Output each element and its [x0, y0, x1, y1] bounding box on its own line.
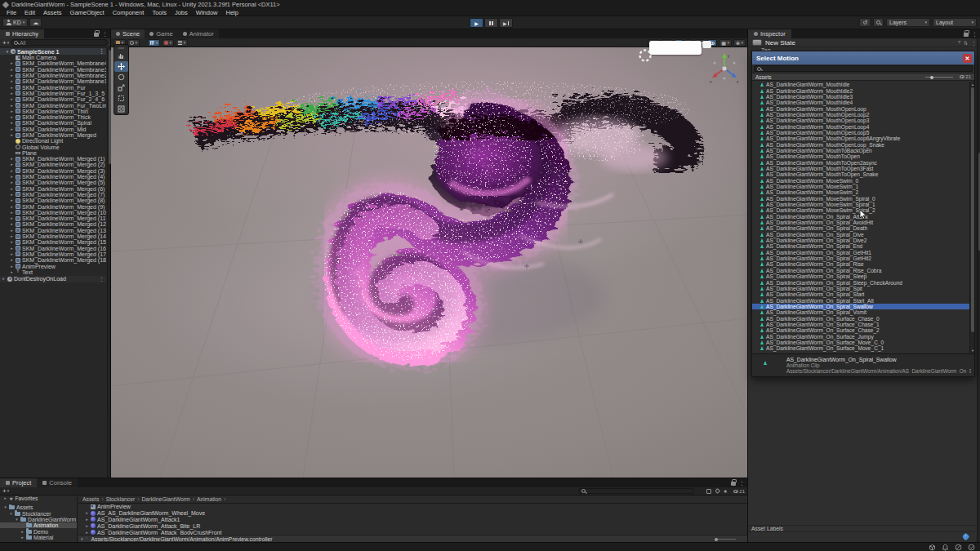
motion-list-item[interactable]: AS_DarklineGiantWorm_MouthToOpen: [752, 153, 969, 159]
hierarchy-item[interactable]: SKM_DarklineWorm_Membrane3: [0, 67, 106, 73]
hierarchy-item[interactable]: SKM_DarklineWorm_Merged (4): [0, 174, 106, 180]
expand-arrow-icon[interactable]: [10, 91, 14, 96]
hierarchy-item[interactable]: SKM_DarklineWorm_Merged (17): [0, 251, 106, 257]
undo-history-button[interactable]: ↺: [859, 18, 871, 27]
progress-check-icon[interactable]: [968, 544, 975, 551]
hierarchy-item[interactable]: SKM_DarklineWorm_Merged (18): [0, 257, 106, 263]
gizmo-color-dropdown[interactable]: ▾: [162, 39, 174, 47]
folder-row[interactable]: Assets: [0, 504, 77, 510]
expand-arrow-icon[interactable]: [10, 127, 14, 131]
zoom-slider[interactable]: [715, 539, 736, 540]
search-by-type-icon[interactable]: [706, 489, 711, 494]
motion-list-item[interactable]: AS_DarklineGiantWorm_On_Surface_Chase_1: [752, 322, 969, 327]
motion-list-item[interactable]: AS_DarklineGiantWorm_On_Surface_Chase_0: [752, 315, 969, 321]
folder-row[interactable]: Demo: [0, 528, 77, 534]
motion-list-item[interactable]: AS_DarklineGiantWorm_MoveSwim_0: [752, 178, 969, 184]
folder-row[interactable]: Material: [0, 535, 77, 540]
expand-arrow-icon[interactable]: [10, 157, 14, 161]
menu-item[interactable]: Help: [221, 9, 242, 16]
expand-arrow-icon[interactable]: [20, 535, 24, 540]
hierarchy-item[interactable]: SKM_DarklineWorm_Merged (14): [0, 233, 106, 239]
layers-dropdown[interactable]: Layers ▾: [886, 18, 930, 27]
kebab-menu-icon[interactable]: ⋮: [102, 31, 108, 37]
asset-file-row[interactable]: AS_DarklineGiantWorm_Attack_Bite_LR: [78, 522, 747, 529]
hierarchy-item[interactable]: SKM_DarklineWorm_Merged (15): [0, 239, 106, 245]
motion-list-item[interactable]: AS_DarklineGiantWorm_On_Spiral_Dive: [752, 232, 969, 238]
kebab-menu-icon[interactable]: ⋮: [99, 276, 105, 282]
thumbnail-size-slider[interactable]: [925, 77, 953, 78]
lock-icon[interactable]: [94, 33, 99, 37]
expand-arrow-icon[interactable]: [10, 216, 14, 220]
folder-row[interactable]: DarklineGiantWorm: [0, 517, 77, 522]
motion-list-item[interactable]: AS_DarklineGiantWorm_MouthOpenLoop_Snake: [752, 141, 969, 147]
hierarchy-item[interactable]: SKM_DarklineWorm_Fur_TwoLine: [0, 102, 106, 108]
kebab-menu-icon[interactable]: ⋮: [972, 31, 978, 37]
motion-list-item[interactable]: AS_DarklineGiantWorm_On_Spiral_Start_Alt: [752, 297, 969, 303]
expand-arrow-icon[interactable]: [10, 211, 14, 215]
eye-icon[interactable]: [733, 490, 738, 493]
eye-icon[interactable]: [960, 75, 964, 78]
motion-list-item[interactable]: AS_DarklineGiantWorm_On_Spiral_GetHit2: [752, 256, 969, 261]
hierarchy-item[interactable]: SKM_DarklineWorm_Merged (12): [0, 221, 106, 227]
hierarchy-item[interactable]: SKM_DarklineWorm_Membrane4: [0, 60, 106, 66]
motion-list-item[interactable]: AS_DarklineGiantWorm_On_Surface_Move_C_1: [752, 345, 969, 351]
expand-arrow-icon[interactable]: [10, 205, 14, 209]
menu-item[interactable]: Assets: [39, 9, 66, 16]
expand-arrow-icon[interactable]: [10, 240, 14, 244]
expand-arrow-icon[interactable]: [10, 258, 14, 262]
project-search-input[interactable]: [578, 488, 694, 494]
hierarchy-item[interactable]: SKM_DarklineWorm_Fur_2_4_6: [0, 96, 106, 102]
expand-arrow-icon[interactable]: ▸: [2, 277, 6, 281]
asset-file-row[interactable]: AnimPreview: [78, 504, 747, 510]
expand-arrow-icon[interactable]: [10, 247, 14, 251]
tab-hierarchy[interactable]: Hierarchy: [0, 29, 44, 38]
motion-list-item[interactable]: AS_DarklineGiantWorm_On_Spiral_Sleep: [752, 273, 969, 279]
hierarchy-item[interactable]: SKM_DarklineWorm_Merged (7): [0, 192, 106, 198]
tab-inspector[interactable]: Inspector: [748, 29, 791, 38]
hierarchy-item[interactable]: SKM_DarklineWorm_Fur: [0, 84, 106, 90]
expand-arrow-icon[interactable]: [85, 511, 89, 515]
expand-arrow-icon[interactable]: [10, 104, 14, 108]
motion-list-item[interactable]: AS_DarklineGiantWorm_MouthOpenLoop6Angry…: [752, 136, 969, 141]
dontdestroyonload-scene-row[interactable]: ▸ DontDestroyOnLoad ⋮: [0, 276, 106, 282]
asset-labels-header[interactable]: Asset Labels: [748, 525, 975, 532]
hierarchy-item[interactable]: SKM_DarklineWorm_Merged (1): [0, 156, 106, 162]
hierarchy-item[interactable]: Global Volume: [0, 144, 106, 149]
motion-list-item[interactable]: AS_DarklineGiantWorm_On_Spiral_Swallow: [752, 304, 969, 309]
label-tag-icon[interactable]: [962, 533, 970, 541]
hierarchy-item[interactable]: SKM_DarklineWorm_Merged: [0, 132, 106, 138]
hierarchy-item[interactable]: SKM_DarklineWorm_Merged (3): [0, 168, 106, 174]
expand-arrow-icon[interactable]: [10, 133, 14, 137]
rotate-tool[interactable]: [114, 72, 128, 82]
view-tab[interactable]: Scene: [111, 29, 145, 38]
hierarchy-item[interactable]: SKM_DarklineWorm_Merged (16): [0, 246, 106, 251]
close-button[interactable]: ✕: [963, 54, 972, 63]
motion-list-item[interactable]: AS_DarklineGiantWorm_On_Spiral_End: [752, 243, 969, 249]
lock-icon[interactable]: [731, 482, 736, 486]
expand-arrow-icon[interactable]: [85, 518, 89, 522]
motion-list-item[interactable]: AS_DarklineGiantWorm_On_Spiral_Rise_Cobr…: [752, 268, 969, 273]
motion-list-item[interactable]: AS_DarklineGiantWorm_MouthIdle: [752, 82, 969, 87]
package-manager-icon[interactable]: [929, 544, 936, 551]
motion-list-item[interactable]: AS_DarklineGiantWorm_MouthIdle2: [752, 87, 969, 93]
expand-arrow-icon[interactable]: [85, 524, 89, 528]
breadcrumb-segment[interactable]: Assets: [82, 496, 104, 502]
overlay-dropdown[interactable]: ▾: [176, 39, 188, 47]
motion-search-input[interactable]: [754, 65, 973, 72]
expand-arrow-icon[interactable]: [10, 162, 14, 167]
motion-list-item[interactable]: AS_DarklineGiantWorm_MouthIdle4: [752, 100, 969, 105]
scene-orientation-gizmo[interactable]: y x z: [707, 51, 742, 88]
favorites-star-icon[interactable]: ★: [724, 489, 728, 494]
search-button[interactable]: [873, 18, 884, 27]
motion-list-item[interactable]: AS_DarklineGiantWorm_On_Surface_Jumpy: [752, 333, 969, 339]
motion-list-scrollbar[interactable]: ▲ ▼: [969, 82, 974, 353]
expand-arrow-icon[interactable]: [10, 61, 14, 65]
motion-list-item[interactable]: AS_DarklineGiantWorm_MouthToOpen2async: [752, 159, 969, 165]
account-button[interactable]: KD ▾: [2, 18, 28, 27]
camera-settings-dropdown[interactable]: ▦▾: [719, 39, 732, 47]
expand-arrow-icon[interactable]: [10, 86, 14, 90]
view-tab[interactable]: Animator: [178, 29, 219, 38]
expand-arrow-icon[interactable]: ▾: [6, 50, 9, 54]
scale-tool[interactable]: [114, 82, 128, 93]
asset-file-row[interactable]: AS_DarklineGiantWorm_Attack1: [78, 517, 747, 523]
